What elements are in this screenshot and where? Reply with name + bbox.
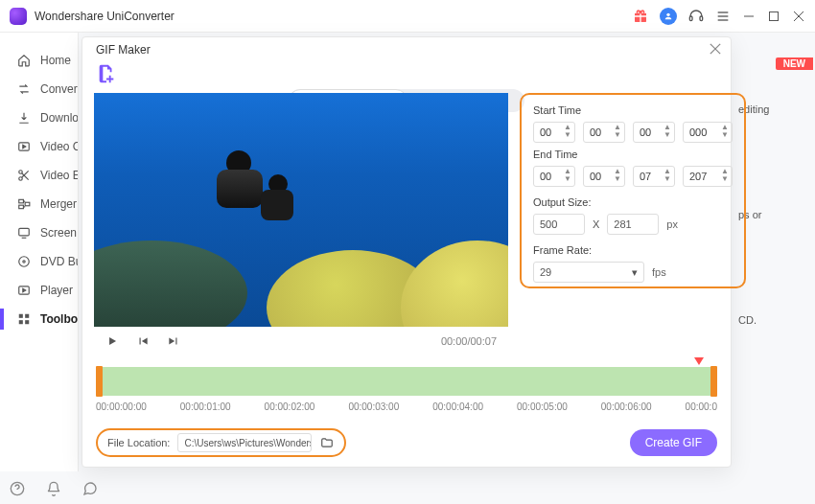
file-location-group: File Location: C:\Users\ws\Pictures\Wond… <box>96 428 346 457</box>
bg-text: ps or <box>738 209 807 220</box>
timeline: 00:00:00:00 00:00:01:00 00:00:02:00 00:0… <box>82 367 731 412</box>
spinner-arrows-icon[interactable]: ▲▼ <box>614 124 621 139</box>
svg-rect-20 <box>19 314 23 318</box>
menu-icon[interactable] <box>715 9 731 24</box>
tick: 00:00:02:00 <box>265 401 315 412</box>
svg-rect-16 <box>19 228 30 236</box>
open-folder-button[interactable] <box>319 436 335 449</box>
sidebar-item-download[interactable]: Download <box>0 103 78 132</box>
sidebar-item-player[interactable]: Player <box>0 276 78 305</box>
timeline-track[interactable] <box>96 367 717 396</box>
tick: 00:00:0 <box>686 401 717 412</box>
trim-end-handle[interactable] <box>710 366 717 397</box>
bg-text: editing <box>738 103 807 115</box>
end-minute-input[interactable]: 00▲▼ <box>583 166 625 187</box>
sidebar-item-recorder[interactable]: Screen Recorder <box>0 218 78 247</box>
video-preview[interactable] <box>94 93 508 327</box>
file-location-label: File Location: <box>107 437 170 448</box>
spinner-arrows-icon[interactable]: ▲▼ <box>564 168 571 183</box>
start-second-input[interactable]: 00▲▼ <box>633 122 675 143</box>
output-height-input[interactable]: 281 <box>607 214 659 235</box>
sidebar-item-label: Player <box>40 284 73 297</box>
home-icon <box>17 54 31 67</box>
prev-frame-button[interactable] <box>136 334 150 348</box>
tick: 00:00:03:00 <box>348 401 399 412</box>
import-file-button[interactable] <box>96 63 117 84</box>
output-width-input[interactable]: 500 <box>533 214 585 235</box>
sidebar-item-dvd[interactable]: DVD Burner <box>0 247 78 276</box>
compressor-icon <box>17 140 31 153</box>
spinner-arrows-icon[interactable]: ▲▼ <box>664 168 671 183</box>
sidebar-item-compressor[interactable]: Video Compressor <box>0 132 78 161</box>
svg-rect-14 <box>19 205 24 209</box>
settings-panel: Start Time 00▲▼ 00▲▼ 00▲▼ 000▲▼ End Time… <box>520 93 746 288</box>
start-hour-input[interactable]: 00▲▼ <box>533 122 575 143</box>
sidebar-item-label: DVD Burner <box>40 255 78 268</box>
create-gif-button[interactable]: Create GIF <box>630 429 717 456</box>
app-logo-icon <box>10 8 27 25</box>
footer-icons <box>10 481 98 496</box>
help-icon[interactable] <box>10 481 25 496</box>
spinner-arrows-icon[interactable]: ▲▼ <box>721 168 729 183</box>
next-frame-button[interactable] <box>167 334 180 348</box>
svg-rect-2 <box>700 16 703 21</box>
download-icon <box>17 111 31 125</box>
gift-icon[interactable] <box>633 9 648 24</box>
title-bar: Wondershare UniConverter <box>0 0 815 33</box>
svg-point-18 <box>23 261 25 263</box>
frame-rate-label: Frame Rate: <box>533 244 733 256</box>
recorder-icon <box>17 226 31 240</box>
maximize-button[interactable] <box>767 10 780 23</box>
modal-title: GIF Maker <box>96 43 151 57</box>
end-second-input[interactable]: 07▲▼ <box>633 166 675 187</box>
frame-rate-select[interactable]: 29▾ <box>533 262 644 283</box>
start-ms-input[interactable]: 000▲▼ <box>683 122 733 143</box>
close-button[interactable] <box>792 10 805 23</box>
sidebar-item-label: Video Compressor <box>40 140 78 153</box>
sidebar-item-label: Screen Recorder <box>40 226 78 240</box>
spinner-arrows-icon[interactable]: ▲▼ <box>721 124 729 139</box>
playhead-marker-icon[interactable] <box>694 357 704 365</box>
sidebar-item-label: Merger <box>40 197 77 211</box>
sidebar: Home Convert Download Video Compressor V… <box>0 33 79 471</box>
dvd-icon <box>17 255 31 268</box>
spinner-arrows-icon[interactable]: ▲▼ <box>564 124 571 139</box>
end-ms-input[interactable]: 207▲▼ <box>683 166 733 187</box>
output-size-label: Output Size: <box>533 196 733 208</box>
trim-start-handle[interactable] <box>96 366 103 397</box>
player-icon <box>17 284 31 297</box>
sidebar-item-convert[interactable]: Convert <box>0 75 78 103</box>
modal-close-button[interactable] <box>710 43 721 55</box>
sidebar-item-label: Video Editor <box>40 169 78 182</box>
spinner-arrows-icon[interactable]: ▲▼ <box>614 168 621 183</box>
modal-bottom-bar: File Location: C:\Users\ws\Pictures\Wond… <box>82 428 731 457</box>
support-icon[interactable] <box>688 9 704 24</box>
svg-rect-22 <box>19 320 23 324</box>
feedback-icon[interactable] <box>82 481 98 496</box>
sidebar-item-toolbox[interactable]: Toolbox <box>0 305 78 333</box>
svg-point-17 <box>19 257 30 267</box>
playback-controls: 00:00/00:07 <box>94 327 508 355</box>
end-hour-input[interactable]: 00▲▼ <box>533 166 575 187</box>
play-button[interactable] <box>105 334 119 348</box>
gif-maker-modal: GIF Maker Video to GIF Photos to GIF 00:… <box>82 36 732 468</box>
start-minute-input[interactable]: 00▲▼ <box>583 122 625 143</box>
svg-point-0 <box>666 12 669 15</box>
sidebar-item-editor[interactable]: Video Editor <box>0 161 78 190</box>
bell-icon[interactable] <box>46 481 61 496</box>
file-location-select[interactable]: C:\Users\ws\Pictures\Wondersh▾ <box>177 433 312 452</box>
end-time-label: End Time <box>533 149 733 160</box>
app-title: Wondershare UniConverter <box>35 10 633 23</box>
sidebar-item-home[interactable]: Home <box>0 46 78 75</box>
size-separator: X <box>593 218 599 230</box>
minimize-button[interactable] <box>742 10 756 23</box>
account-avatar-icon[interactable] <box>660 8 677 25</box>
spinner-arrows-icon[interactable]: ▲▼ <box>664 124 671 139</box>
size-unit: px <box>666 218 678 230</box>
svg-rect-21 <box>25 314 29 318</box>
sidebar-item-label: Convert <box>40 82 78 96</box>
sidebar-item-merger[interactable]: Merger <box>0 190 78 218</box>
sidebar-item-label: Download <box>40 111 78 125</box>
svg-rect-1 <box>689 16 692 21</box>
background-content: editing ps or CD. <box>738 57 815 466</box>
